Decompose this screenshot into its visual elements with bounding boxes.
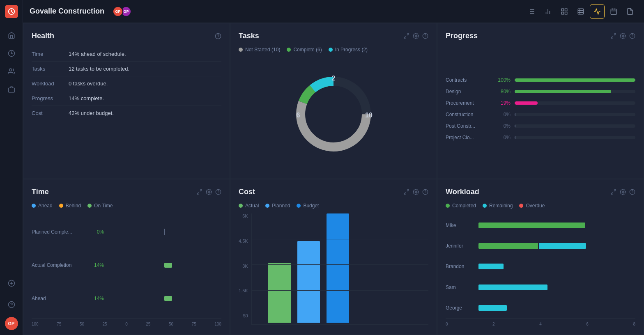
workload-label-brandon: Brandon: [446, 264, 475, 269]
time-bar-planned-fill: [164, 229, 165, 235]
pulse-tool-button[interactable]: [590, 4, 605, 19]
workload-axis: 0 2 4 6 8: [446, 318, 635, 326]
legend-label-ahead: Ahead: [38, 203, 53, 209]
avatar-1[interactable]: GP: [113, 6, 123, 17]
progress-bar-contracts: [515, 78, 635, 82]
progress-settings-icon[interactable]: [620, 33, 626, 39]
time-row-actual: Actual Completion 14%: [32, 261, 221, 269]
workload-axis-0: 0: [446, 322, 448, 326]
legend-label-completed: Completed: [452, 203, 476, 209]
legend-actual: Actual: [239, 203, 259, 209]
app-logo[interactable]: [5, 5, 18, 18]
progress-expand-icon[interactable]: [610, 33, 616, 39]
donut-label-left: 6: [297, 112, 300, 119]
list-tool-button[interactable]: [524, 4, 539, 19]
workload-label-mike: Mike: [446, 223, 475, 228]
workload-axis-8: 8: [633, 322, 635, 326]
workload-title: Workload: [446, 188, 610, 196]
cost-y-6k: 6K: [242, 213, 248, 218]
time-chart-area: Planned Comple... 0% Actual Completion 1…: [32, 215, 221, 315]
progress-label-procurement: Procurement: [446, 100, 491, 106]
progress-fill-project-close: [515, 136, 515, 139]
legend-label-remaining: Remaining: [489, 203, 513, 209]
legend-dot-remaining: [483, 204, 487, 208]
health-label-progress: Progress: [32, 95, 69, 101]
time-panel-icons: [196, 189, 221, 195]
progress-help-icon[interactable]: [629, 33, 635, 39]
svg-rect-26: [611, 9, 616, 15]
workload-bar-jennifer-completed: [478, 243, 538, 249]
workload-settings-icon[interactable]: [620, 189, 626, 195]
cost-panel: Cost Actual: [230, 179, 437, 335]
table-tool-button[interactable]: [573, 4, 588, 19]
cost-settings-icon[interactable]: [413, 189, 419, 195]
svg-point-48: [208, 191, 210, 193]
bar-chart-tool-button[interactable]: [540, 4, 555, 19]
tasks-expand-icon[interactable]: [403, 33, 409, 39]
legend-overdue: Overdue: [519, 203, 545, 209]
health-value-time: 14% ahead of schedule.: [69, 51, 126, 57]
legend-on-time: On Time: [87, 203, 113, 209]
workload-axis-4: 4: [539, 322, 542, 326]
workload-expand-icon[interactable]: [610, 189, 616, 195]
sidebar-item-home[interactable]: [4, 28, 19, 43]
health-value-progress: 14% complete.: [69, 95, 104, 101]
time-axis-75-left: 75: [57, 322, 61, 326]
time-bar-ahead: [107, 294, 221, 303]
workload-panel-icons: [610, 189, 635, 195]
legend-label-on-time: On Time: [94, 203, 113, 209]
time-label-planned: Planned Comple...: [32, 229, 85, 235]
workload-bar-brandon-remaining: [478, 264, 504, 269]
time-panel: Time Ahead: [23, 179, 230, 335]
legend-label-budget: Budget: [303, 203, 319, 209]
sidebar: GP: [0, 0, 23, 335]
legend-dot-overdue: [519, 204, 523, 208]
workload-label-george: George: [446, 305, 475, 311]
time-label-ahead: Ahead: [32, 296, 85, 301]
sidebar-item-help[interactable]: [4, 297, 19, 312]
health-row-cost: Cost 42% under budget.: [32, 106, 221, 120]
time-help-icon[interactable]: [215, 189, 221, 195]
time-row-ahead: Ahead 14%: [32, 294, 221, 303]
time-panel-header: Time: [32, 188, 221, 196]
progress-pct-procurement: 19%: [495, 100, 511, 106]
donut-svg: 6 2 10: [288, 69, 379, 159]
sidebar-item-add[interactable]: [4, 276, 19, 291]
tasks-help-icon[interactable]: [422, 33, 428, 39]
time-axis-25-right: 25: [146, 322, 150, 326]
svg-rect-3: [8, 88, 14, 92]
header: Govalle Construction GP GP: [23, 0, 644, 23]
legend-label-behind: Behind: [66, 203, 81, 209]
time-axis-50-left: 50: [80, 322, 84, 326]
legend-in-progress: In Progress (2): [329, 47, 368, 53]
svg-line-57: [611, 193, 613, 194]
progress-label-post-const: Post Constr...: [446, 123, 491, 129]
legend-dot-complete: [287, 48, 291, 52]
document-tool-button[interactable]: [623, 4, 637, 19]
time-expand-icon[interactable]: [196, 189, 202, 195]
health-help-icon[interactable]: [215, 33, 221, 39]
cost-bars: [251, 213, 428, 324]
grid-tool-button[interactable]: [557, 4, 572, 19]
time-legend: Ahead Behind On Time: [32, 203, 221, 209]
workload-legend: Completed Remaining Overdue: [446, 203, 635, 209]
progress-fill-post-const: [515, 124, 515, 128]
progress-label-construction: Construction: [446, 112, 491, 117]
tasks-settings-icon[interactable]: [413, 33, 419, 39]
sidebar-item-portfolio[interactable]: [4, 82, 19, 97]
sidebar-item-recent[interactable]: [4, 46, 19, 61]
workload-axis-2: 2: [492, 322, 495, 326]
user-avatar[interactable]: GP: [5, 317, 18, 330]
cost-help-icon[interactable]: [422, 189, 428, 195]
health-value-workload: 0 tasks overdue.: [69, 80, 108, 87]
sidebar-item-team[interactable]: [4, 64, 19, 79]
legend-label-not-started: Not Started (10): [245, 47, 280, 53]
cost-expand-icon[interactable]: [403, 189, 409, 195]
cost-panel-header: Cost: [239, 188, 428, 196]
time-settings-icon[interactable]: [206, 189, 212, 195]
calendar-tool-button[interactable]: [606, 4, 621, 19]
workload-help-icon[interactable]: [629, 189, 635, 195]
cost-panel-icons: [403, 189, 428, 195]
workload-bars-george: [478, 305, 635, 311]
progress-panel-header: Progress: [446, 32, 635, 40]
